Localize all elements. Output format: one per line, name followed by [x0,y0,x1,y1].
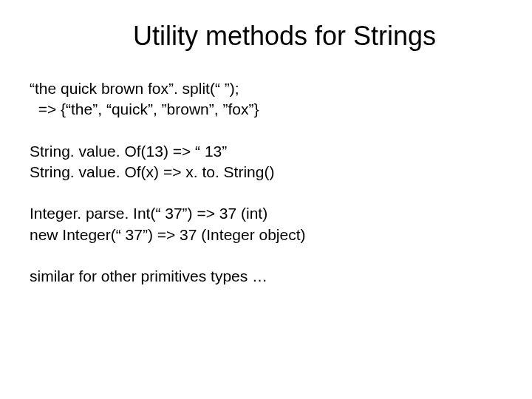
slide-body: “the quick brown fox”. split(“ ”); => {“… [30,78,502,307]
text-line: similar for other primitives types … [30,266,502,287]
block-parseint-example: Integer. parse. Int(“ 37”) => 37 (int) n… [30,203,502,245]
text-line: String. value. Of(13) => “ 13” [30,141,502,162]
text-line: new Integer(“ 37”) => 37 (Integer object… [30,225,502,245]
block-split-example: “the quick brown fox”. split(“ ”); => {“… [30,78,502,120]
text-line: Integer. parse. Int(“ 37”) => 37 (int) [30,203,502,224]
text-line: “the quick brown fox”. split(“ ”); [30,78,502,99]
block-note: similar for other primitives types … [30,266,502,287]
slide: Utility methods for Strings “the quick b… [0,0,532,399]
block-valueof-example: String. value. Of(13) => “ 13” String. v… [30,141,502,183]
text-line: String. value. Of(x) => x. to. String() [30,162,502,183]
text-line: => {“the”, “quick”, ”brown”, ”fox”} [30,99,502,120]
slide-title: Utility methods for Strings [30,21,502,52]
